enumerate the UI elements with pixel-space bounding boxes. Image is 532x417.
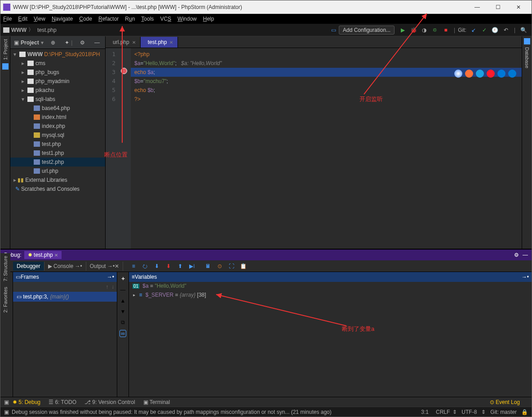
browser-icons[interactable] (454, 70, 516, 78)
show-exec-icon[interactable]: ≡ (129, 262, 137, 270)
debug-session-tab[interactable]: ✸ test.php ✕ (24, 251, 62, 259)
eventlog-button[interactable]: ⊙ Event Log (490, 399, 520, 405)
project-tool-button[interactable]: 1: Project (3, 39, 8, 60)
variable-server[interactable]: ▸ ≡ $_SERVER = {array} [38] (129, 291, 532, 300)
frame-row[interactable]: ▭ test.php:3, {main}() (13, 292, 117, 302)
tree-item-test.php[interactable]: test.php (10, 140, 105, 149)
variable-a[interactable]: 01 $a = "Hello,World" (129, 282, 532, 291)
menu-file[interactable]: File (3, 16, 12, 22)
gear-icon[interactable]: ⚙ (80, 40, 85, 46)
revert-icon[interactable]: ↶ (502, 26, 510, 34)
close-button[interactable]: ✕ (508, 0, 529, 14)
watch-icon[interactable]: ⊙ (216, 262, 224, 270)
collapse-icon[interactable]: ✦ (65, 40, 69, 46)
tab-test-php[interactable]: test.php ✕ (141, 37, 178, 48)
menu-run[interactable]: Run (125, 16, 135, 22)
gutter-marks[interactable] (118, 48, 131, 249)
database-icon[interactable] (524, 38, 530, 44)
gear-icon[interactable]: ⚙ (514, 252, 519, 258)
evaluate-icon[interactable]: 🖩 (204, 262, 212, 270)
run-icon[interactable]: ▶ (399, 26, 406, 34)
menu-help[interactable]: Help (203, 16, 214, 22)
project-tree[interactable]: ▾ WWW D:\PHP_Study2018\PH ▸cms▸php_bugs▸… (10, 49, 105, 249)
add-watch-icon[interactable]: ＋ (120, 275, 126, 282)
line-sep[interactable]: CRLF (436, 409, 450, 415)
debug-tool-button[interactable]: ✸ 5: Debug (13, 399, 40, 405)
opera-icon[interactable] (487, 70, 495, 78)
locate-icon[interactable]: ⊕ (51, 40, 55, 46)
step-over-icon[interactable]: ⭮ (141, 262, 149, 270)
toolwindow-icon[interactable]: ▣ (4, 399, 9, 405)
minimize-button[interactable]: ― (467, 0, 488, 14)
menu-window[interactable]: Window (177, 16, 197, 22)
todo-tool-button[interactable]: ☰ 6: TODO (49, 399, 76, 405)
menu-vcs[interactable]: VCS (160, 16, 171, 22)
tab-url-php[interactable]: url.php ✕ (106, 37, 141, 48)
project-title[interactable]: Project (21, 40, 39, 46)
safari-icon[interactable] (476, 70, 484, 78)
run-to-cursor-icon[interactable]: ▶⁞ (188, 262, 196, 270)
external-libraries[interactable]: ▸▮▮ External Libraries (10, 176, 105, 184)
tree-item-php_myadmin[interactable]: ▸php_myadmin (10, 77, 105, 86)
edge-icon[interactable] (508, 70, 516, 78)
breakpoint-icon[interactable] (121, 68, 127, 74)
menu-tools[interactable]: Tools (141, 16, 154, 22)
settings-icon[interactable]: ⛶ (227, 262, 235, 270)
tree-item-index.php[interactable]: index.php (10, 122, 105, 131)
ie-icon[interactable] (497, 70, 505, 78)
tree-item-mysql.sql[interactable]: mysql.sql (10, 131, 105, 140)
dropdown-icon[interactable]: ▾ (41, 40, 44, 46)
search-icon[interactable]: 🔍 (520, 26, 527, 34)
tree-item-test1.php[interactable]: test1.php (10, 149, 105, 158)
coverage-icon[interactable]: ◑ (421, 26, 428, 34)
tree-root[interactable]: ▾ WWW D:\PHP_Study2018\PH (10, 50, 105, 59)
tree-item-test2.php[interactable]: test2.php (10, 158, 105, 167)
encoding[interactable]: UTF-8 (461, 409, 477, 415)
tool-icon[interactable] (2, 63, 9, 70)
output-tab[interactable]: Output →•✕ (86, 262, 124, 271)
git-branch[interactable]: Git: master (490, 409, 517, 415)
menu-navigate[interactable]: Navigate (52, 16, 73, 22)
glasses-icon[interactable]: ∞ (120, 330, 126, 337)
debug-icon[interactable]: 🐞 (410, 26, 417, 34)
step-out-icon[interactable]: ⬆ (176, 262, 184, 270)
console-tab[interactable]: ▶ Console →• (44, 262, 86, 271)
chrome-icon[interactable] (454, 70, 462, 78)
status-icon[interactable]: ▣ (4, 409, 9, 415)
firefox-icon[interactable] (465, 70, 473, 78)
code-lines[interactable]: <?php $a="Hello,World"; $a: "Hello,World… (131, 48, 522, 249)
close-tab-icon[interactable]: ✕ (169, 40, 173, 45)
stop-icon[interactable]: ■ (442, 26, 449, 34)
hide-icon[interactable]: ― (523, 252, 528, 258)
tree-item-cms[interactable]: ▸cms (10, 59, 105, 68)
tree-item-php_bugs[interactable]: ▸php_bugs (10, 68, 105, 77)
menu-view[interactable]: View (34, 16, 45, 22)
caret-position[interactable]: 3:1 (421, 409, 429, 415)
close-tab-icon[interactable]: ✕ (132, 40, 136, 45)
structure-tool-button[interactable]: 7: Structure (3, 256, 8, 281)
copy-icon[interactable]: ⧉ (121, 319, 125, 325)
update-icon[interactable]: ↙ (470, 26, 477, 34)
add-configuration-button[interactable]: Add Configuration... (339, 26, 395, 35)
force-step-icon[interactable]: ⬇ (164, 262, 173, 270)
frames-nav[interactable]: ↑ ↓ (13, 282, 117, 292)
database-tool-button[interactable]: Database (524, 47, 530, 68)
history-icon[interactable]: 🕘 (492, 26, 499, 34)
code-editor[interactable]: 123456 <?php $a="Hello,World"; $a: "Hell… (106, 48, 522, 249)
lock-icon[interactable]: 🔒 (521, 409, 528, 415)
tree-item-sqli-labs[interactable]: ▾sqli-labs (10, 95, 105, 104)
tree-item-base64.php[interactable]: base64.php (10, 104, 105, 113)
step-into-icon[interactable]: ⬇ (153, 262, 161, 270)
vcs-tool-button[interactable]: ⎇ 9: Version Control (84, 399, 135, 405)
menu-code[interactable]: Code (79, 16, 92, 22)
down-icon[interactable]: ▼ (120, 308, 126, 315)
profiler-icon[interactable]: ⛭ (431, 26, 439, 34)
up-icon[interactable]: ▲ (120, 298, 126, 304)
pin-icon[interactable]: 📋 (239, 262, 247, 270)
remove-icon[interactable]: ― (120, 287, 126, 293)
commit-icon[interactable]: ✓ (481, 26, 488, 34)
terminal-tool-button[interactable]: ▣ Terminal (143, 399, 170, 405)
menu-refactor[interactable]: Refactor (98, 16, 119, 22)
tree-item-pikachu[interactable]: ▸pikachu (10, 86, 105, 95)
maximize-button[interactable]: ☐ (488, 0, 508, 14)
